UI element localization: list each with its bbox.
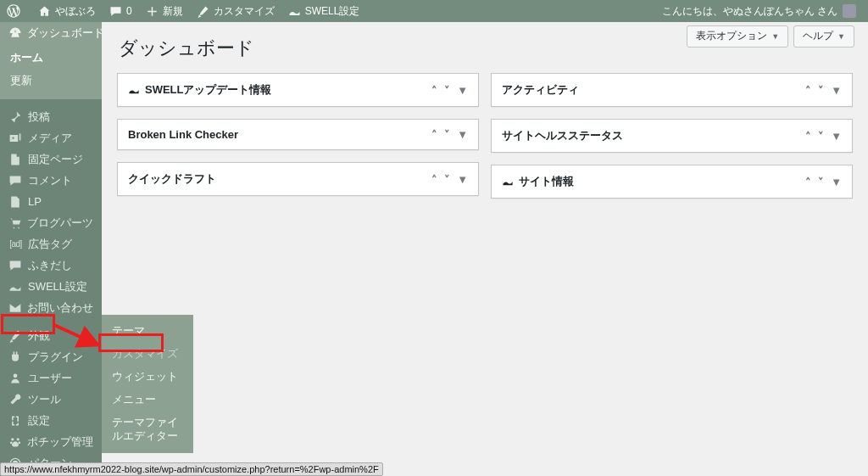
sidebar-subitem-updates[interactable]: 更新	[0, 70, 102, 92]
sidebar-item-settings[interactable]: 設定	[0, 410, 102, 431]
postbox-site-info: サイト情報 ˄ ˅ ▼	[491, 165, 853, 199]
adminbar-site-name[interactable]: やぼぶろ	[31, 0, 103, 22]
postbox-quick-draft: クイックドラフト ˄ ˅ ▼	[117, 162, 479, 196]
toggle-icon[interactable]: ▼	[457, 84, 468, 97]
move-up-icon[interactable]: ˄	[805, 84, 811, 97]
sidebar-item-lp[interactable]: LP	[0, 191, 102, 212]
dashboard-icon	[8, 26, 22, 40]
appearance-flyout: テーマ カスタマイズ ウィジェット メニュー テーマファイルエディター	[102, 315, 193, 453]
screen-options-button[interactable]: 表示オプション ▼	[687, 25, 788, 48]
move-up-icon[interactable]: ˄	[431, 84, 437, 97]
pin-icon	[8, 110, 23, 124]
mail-icon	[8, 301, 22, 315]
swell-icon	[502, 176, 514, 188]
screen-options-label: 表示オプション	[696, 29, 767, 43]
sidebar-item-dashboard[interactable]: ダッシュボード	[0, 22, 102, 43]
move-up-icon[interactable]: ˄	[805, 176, 811, 188]
move-up-icon[interactable]: ˄	[805, 130, 811, 143]
wrench-icon	[8, 393, 23, 406]
sidebar-submenu-dashboard: ホーム 更新	[0, 43, 102, 99]
flyout-item-menus[interactable]: メニュー	[102, 389, 193, 412]
adminbar-wp-logo[interactable]	[0, 0, 31, 22]
move-down-icon[interactable]: ˅	[818, 176, 824, 188]
sidebar-subitem-home[interactable]: ホーム	[0, 47, 102, 70]
admin-sidebar: ダッシュボード ホーム 更新 投稿 メディア 固定ページ コメント LP ブロ	[0, 22, 102, 476]
toggle-icon[interactable]: ▼	[831, 130, 842, 143]
page-icon	[8, 153, 23, 166]
sidebar-item-label: 設定	[28, 413, 50, 428]
speech-icon	[8, 259, 23, 272]
sidebar-item-plugins[interactable]: プラグイン	[0, 346, 102, 367]
sidebar-item-adtag[interactable]: [ad] 広告タグ	[0, 233, 102, 255]
plus-icon	[146, 5, 159, 18]
sidebar-item-users[interactable]: ユーザー	[0, 367, 102, 389]
wordpress-icon	[7, 4, 20, 18]
sidebar-item-label: LP	[28, 195, 42, 208]
paw-icon	[8, 435, 22, 449]
sidebar-item-label: ふきだし	[28, 258, 72, 273]
move-down-icon[interactable]: ˅	[444, 173, 450, 186]
toggle-icon[interactable]: ▼	[457, 173, 468, 186]
chevron-down-icon: ▼	[837, 32, 845, 41]
postbox-title: クイックドラフト	[128, 171, 216, 187]
flyout-item-theme-file-editor[interactable]: テーマファイルエディター	[102, 412, 193, 449]
flyout-item-customize[interactable]: カスタマイズ	[102, 343, 193, 366]
adminbar-customize[interactable]: カスタマイズ	[190, 0, 281, 22]
status-bar-url: https://www.nfekhmyrm2022-blog.site/wp-a…	[0, 462, 383, 476]
plugin-icon	[8, 350, 23, 364]
sidebar-item-label: 固定ページ	[28, 152, 83, 167]
postbox-title: アクティビティ	[502, 82, 579, 98]
sidebar-item-appearance[interactable]: 外観	[0, 325, 102, 346]
sidebar-item-label: 投稿	[28, 109, 50, 125]
adminbar-swell-label: SWELL設定	[305, 4, 360, 19]
move-down-icon[interactable]: ˅	[444, 84, 450, 97]
user-icon	[8, 372, 23, 385]
admin-bar: やぼぶろ 0 新規 カスタマイズ	[0, 0, 868, 22]
sidebar-item-pochipp[interactable]: ポチップ管理	[0, 431, 102, 452]
sidebar-item-contact[interactable]: お問い合わせ	[0, 297, 102, 318]
move-up-icon[interactable]: ˄	[431, 128, 437, 141]
move-down-icon[interactable]: ˅	[818, 84, 824, 97]
adminbar-customize-label: カスタマイズ	[214, 4, 275, 19]
svg-point-2	[10, 441, 13, 444]
toggle-icon[interactable]: ▼	[831, 176, 842, 188]
chevron-down-icon: ▼	[771, 32, 779, 41]
sidebar-item-swell[interactable]: SWELL設定	[0, 276, 102, 297]
adminbar-new[interactable]: 新規	[139, 0, 190, 22]
adminbar-swell[interactable]: SWELL設定	[281, 0, 367, 22]
move-down-icon[interactable]: ˅	[818, 130, 824, 143]
sidebar-item-media[interactable]: メディア	[0, 127, 102, 148]
sidebar-item-posts[interactable]: 投稿	[0, 106, 102, 127]
move-up-icon[interactable]: ˄	[431, 173, 437, 186]
brush-icon	[8, 329, 23, 343]
comment-icon	[109, 5, 122, 18]
adminbar-user-greeting[interactable]: こんにちは、やぬさんぽんちゃん さん	[655, 0, 863, 22]
cart-icon	[8, 216, 22, 230]
sidebar-item-label: メディア	[28, 131, 72, 146]
move-down-icon[interactable]: ˅	[444, 128, 450, 141]
swell-icon	[8, 280, 23, 294]
flyout-item-themes[interactable]: テーマ	[102, 320, 193, 343]
postbox-broken-link: Broken Link Checker ˄ ˅ ▼	[117, 119, 479, 150]
sidebar-item-label: ポチップ管理	[27, 434, 93, 450]
adminbar-comments[interactable]: 0	[103, 0, 139, 22]
brush-icon	[197, 5, 209, 18]
help-button[interactable]: ヘルプ ▼	[793, 25, 854, 48]
sidebar-item-blogparts[interactable]: ブログパーツ	[0, 212, 102, 233]
ad-icon: [ad]	[8, 239, 23, 249]
toggle-icon[interactable]: ▼	[831, 84, 842, 97]
sidebar-item-comments[interactable]: コメント	[0, 170, 102, 191]
adminbar-new-label: 新規	[163, 4, 183, 19]
svg-point-1	[17, 438, 19, 440]
sidebar-item-pages[interactable]: 固定ページ	[0, 148, 102, 170]
postbox-title: サイトヘルスステータス	[502, 128, 623, 143]
svg-point-0	[11, 438, 14, 440]
swell-icon	[288, 5, 301, 18]
sidebar-item-fukidashi[interactable]: ふきだし	[0, 255, 102, 276]
svg-point-3	[18, 441, 20, 444]
flyout-item-widgets[interactable]: ウィジェット	[102, 366, 193, 389]
sidebar-item-label: ツール	[28, 392, 61, 407]
sidebar-item-tools[interactable]: ツール	[0, 389, 102, 410]
toggle-icon[interactable]: ▼	[457, 128, 468, 141]
media-icon	[8, 132, 23, 145]
